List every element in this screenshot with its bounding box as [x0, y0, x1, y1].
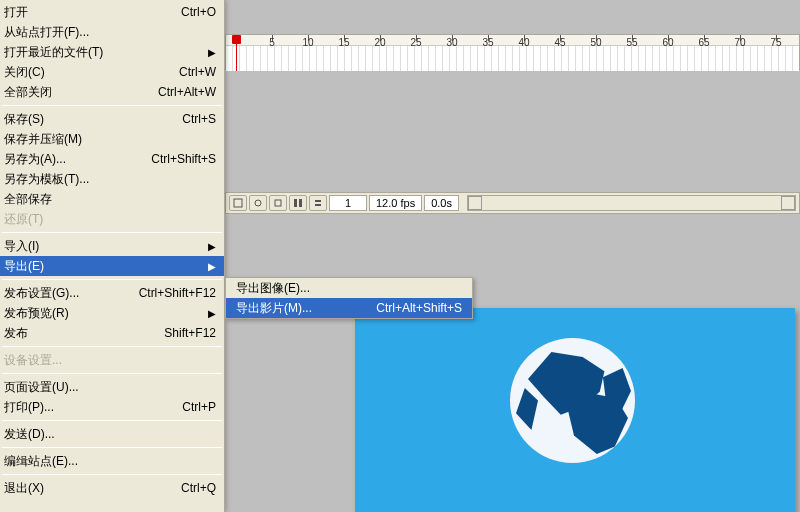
label: 发送(D)... — [4, 426, 216, 443]
label: 另存为模板(T)... — [4, 171, 216, 188]
label: 关闭(C) — [4, 64, 167, 81]
current-frame-field[interactable]: 1 — [329, 195, 367, 211]
tick-label: 60 — [662, 37, 673, 48]
label: 导入(I) — [4, 238, 208, 255]
menu-export[interactable]: 导出(E)▶ — [0, 256, 224, 276]
label: 保存(S) — [4, 111, 170, 128]
edit-multiple-frames-button[interactable] — [289, 195, 307, 211]
menu-save[interactable]: 保存(S)Ctrl+S — [0, 109, 224, 129]
frame-track — [226, 45, 799, 71]
label: 退出(X) — [4, 480, 169, 497]
shortcut: Shift+F12 — [164, 326, 216, 340]
submenu-export-movie[interactable]: 导出影片(M)...Ctrl+Alt+Shift+S — [226, 298, 472, 318]
label: 从站点打开(F)... — [4, 24, 216, 41]
workspace[interactable] — [225, 214, 800, 512]
menu-separator — [2, 447, 222, 448]
shortcut: Ctrl+Alt+Shift+S — [376, 301, 462, 315]
timeline-scrollbar[interactable] — [467, 195, 796, 211]
menu-open-recent[interactable]: 打开最近的文件(T)▶ — [0, 42, 224, 62]
menu-close[interactable]: 关闭(C)Ctrl+W — [0, 62, 224, 82]
menu-separator — [2, 105, 222, 106]
scroll-left-button[interactable] — [468, 196, 482, 210]
label: 页面设置(U)... — [4, 379, 216, 396]
label: 全部保存 — [4, 191, 216, 208]
onion-outline-icon — [273, 198, 283, 208]
timeline-status-bar: 1 12.0 fps 0.0s — [225, 192, 800, 214]
onion-skin-button[interactable] — [249, 195, 267, 211]
center-icon — [233, 198, 243, 208]
markers-icon — [313, 198, 323, 208]
menu-import[interactable]: 导入(I)▶ — [0, 236, 224, 256]
menu-save-all[interactable]: 全部保存 — [0, 189, 224, 209]
modify-onion-markers-button[interactable] — [309, 195, 327, 211]
menu-save-compact[interactable]: 保存并压缩(M) — [0, 129, 224, 149]
menu-send[interactable]: 发送(D)... — [0, 424, 224, 444]
menu-separator — [2, 420, 222, 421]
menu-open-from-site[interactable]: 从站点打开(F)... — [0, 22, 224, 42]
label: 设备设置... — [4, 352, 216, 369]
onion-skin-outlines-button[interactable] — [269, 195, 287, 211]
svg-rect-2 — [275, 200, 281, 206]
timeline-ruler[interactable]: 51015202530354045505560657075 — [225, 34, 800, 70]
menu-edit-site[interactable]: 编缉站点(E)... — [0, 451, 224, 471]
menu-save-as-template[interactable]: 另存为模板(T)... — [0, 169, 224, 189]
center-frame-button[interactable] — [229, 195, 247, 211]
chevron-right-icon: ▶ — [208, 308, 216, 319]
frame-rate-field[interactable]: 12.0 fps — [369, 195, 422, 211]
menu-separator — [2, 279, 222, 280]
tick-label: 65 — [698, 37, 709, 48]
submenu-export-image[interactable]: 导出图像(E)... — [226, 278, 472, 298]
label: 打开最近的文件(T) — [4, 44, 208, 61]
globe-graphic — [510, 338, 635, 463]
menu-separator — [2, 232, 222, 233]
menu-exit[interactable]: 退出(X)Ctrl+Q — [0, 478, 224, 498]
continent-shape — [516, 388, 538, 430]
onion-icon — [253, 198, 263, 208]
shortcut: Ctrl+P — [182, 400, 216, 414]
scroll-right-button[interactable] — [781, 196, 795, 210]
label: 保存并压缩(M) — [4, 131, 216, 148]
label: 另存为(A)... — [4, 151, 139, 168]
menu-separator — [2, 373, 222, 374]
label: 打开 — [4, 4, 169, 21]
tick-label: 40 — [518, 37, 529, 48]
menu-open[interactable]: 打开Ctrl+O — [0, 2, 224, 22]
menu-device-settings: 设备设置... — [0, 350, 224, 370]
label: 打印(P)... — [4, 399, 170, 416]
menu-separator — [2, 346, 222, 347]
shortcut: Ctrl+Q — [181, 481, 216, 495]
svg-rect-0 — [234, 199, 242, 207]
menu-print[interactable]: 打印(P)...Ctrl+P — [0, 397, 224, 417]
menu-publish-preview[interactable]: 发布预览(R)▶ — [0, 303, 224, 323]
tick-label: 15 — [338, 37, 349, 48]
label: 导出影片(M)... — [236, 300, 364, 317]
svg-point-1 — [255, 200, 261, 206]
label: 还原(T) — [4, 211, 216, 228]
ruler-ticks: 51015202530354045505560657075 — [226, 35, 799, 71]
menu-publish-settings[interactable]: 发布设置(G)...Ctrl+Shift+F12 — [0, 283, 224, 303]
menu-publish[interactable]: 发布Shift+F12 — [0, 323, 224, 343]
menu-page-setup[interactable]: 页面设置(U)... — [0, 377, 224, 397]
label: 发布 — [4, 325, 152, 342]
shortcut: Ctrl+Shift+S — [151, 152, 216, 166]
label: 导出图像(E)... — [236, 280, 462, 297]
label: 全部关闭 — [4, 84, 146, 101]
menu-save-as[interactable]: 另存为(A)...Ctrl+Shift+S — [0, 149, 224, 169]
shortcut: Ctrl+S — [182, 112, 216, 126]
tick-label: 5 — [269, 37, 275, 48]
tick-label: 30 — [446, 37, 457, 48]
multiframe-icon — [293, 198, 303, 208]
label: 导出(E) — [4, 258, 208, 275]
menu-close-all[interactable]: 全部关闭Ctrl+Alt+W — [0, 82, 224, 102]
label: 编缉站点(E)... — [4, 453, 216, 470]
shortcut: Ctrl+Shift+F12 — [139, 286, 216, 300]
tick-label: 50 — [590, 37, 601, 48]
label: 发布预览(R) — [4, 305, 208, 322]
chevron-right-icon: ▶ — [208, 261, 216, 272]
tick-label: 25 — [410, 37, 421, 48]
export-submenu: 导出图像(E)... 导出影片(M)...Ctrl+Alt+Shift+S — [225, 277, 473, 319]
playhead[interactable] — [236, 35, 237, 71]
elapsed-time-field[interactable]: 0.0s — [424, 195, 459, 211]
stage-canvas[interactable] — [355, 308, 795, 512]
menu-separator — [2, 474, 222, 475]
